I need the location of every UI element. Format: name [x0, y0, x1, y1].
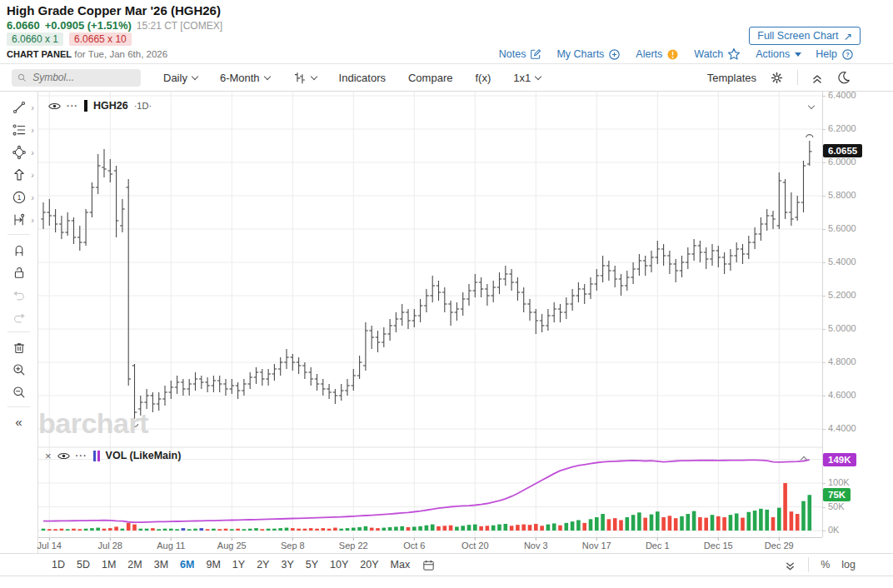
volume-bar	[248, 529, 252, 531]
frequency-menu[interactable]: Daily	[163, 72, 197, 84]
range-2y[interactable]: 2Y	[257, 559, 269, 571]
compare-button[interactable]: Compare	[408, 72, 452, 84]
date-axis-label: Oct 6	[391, 541, 437, 551]
price-axis-label: 6.0000	[828, 157, 856, 167]
percent-scale-toggle[interactable]: %	[821, 559, 830, 571]
price-axis-label: 5.2000	[828, 290, 856, 300]
symbol-search-input[interactable]	[31, 71, 135, 84]
tool-delete-drawings[interactable]	[0, 336, 37, 358]
axis-tick	[822, 429, 826, 430]
volume-bar	[291, 528, 295, 531]
series-menu-icon[interactable]: ···	[67, 101, 78, 111]
range-3y[interactable]: 3Y	[281, 559, 293, 571]
submenu-arrow-icon: ›	[31, 170, 34, 180]
templates-button[interactable]: Templates	[707, 72, 756, 84]
volume-bar	[242, 529, 247, 531]
range-6m[interactable]: 6M	[180, 559, 194, 571]
notes-link[interactable]: Notes	[499, 47, 543, 61]
volume-bar	[267, 529, 271, 531]
collapse-panel-icon[interactable]	[811, 71, 824, 84]
grid-layout-label: 1x1	[513, 72, 531, 84]
calendar-icon[interactable]	[422, 558, 436, 572]
range-10y[interactable]: 10Y	[330, 559, 348, 571]
watch-link[interactable]: Watch	[694, 47, 741, 62]
date-axis-label: Dec 29	[756, 541, 802, 551]
volume-bar	[765, 510, 769, 531]
tool-redo[interactable]	[0, 306, 37, 328]
tool-fibonacci-tools[interactable]: ›	[0, 118, 37, 141]
period-menu[interactable]: 6-Month	[220, 72, 270, 84]
series-menu-icon[interactable]: ···	[76, 451, 87, 461]
full-screen-chart-button[interactable]: Full Screen Chart ↗	[749, 27, 861, 45]
bid-ask-row: 6.0660 x 1 6.0665 x 10	[7, 32, 132, 46]
symbol-search-box[interactable]	[12, 69, 141, 87]
price-axis[interactable]: 6.40006.20006.00005.80005.60005.40005.20…	[822, 92, 893, 537]
volume-bar	[60, 529, 64, 531]
indicators-button[interactable]: Indicators	[339, 72, 386, 84]
volume-axis-badge: 75K	[823, 488, 851, 501]
time-axis[interactable]: Jul 14Jul 28Aug 11Aug 25Sep 8Sep 22Oct 6…	[0, 537, 893, 553]
gear-icon[interactable]	[769, 70, 785, 86]
actions-link[interactable]: Actions	[756, 48, 801, 60]
log-scale-toggle[interactable]: log	[841, 559, 856, 571]
tool-undo[interactable]	[0, 283, 37, 306]
expressions-button[interactable]: f(x)	[475, 72, 491, 84]
volume-bar	[607, 519, 611, 531]
last-price-axis-badge: 6.0655	[823, 144, 862, 157]
toolbar-separator	[7, 331, 30, 332]
volume-bar	[278, 528, 282, 531]
tool-lock-drawings[interactable]	[0, 261, 37, 283]
collapse-rangebar-icon[interactable]	[784, 559, 796, 571]
volume-bar	[571, 521, 575, 531]
tool-arrows[interactable]: ›	[0, 163, 37, 186]
chart-toolbar: Daily 6-Month Indicators Compare f(x) 1x…	[0, 64, 893, 92]
range-2m[interactable]: 2M	[127, 559, 142, 571]
tool-zoom-in[interactable]	[0, 358, 37, 381]
tool-shapes[interactable]: ›	[0, 141, 37, 163]
dark-mode-moon-icon[interactable]	[836, 70, 851, 85]
close-icon[interactable]: ×	[45, 451, 52, 461]
range-1d[interactable]: 1D	[52, 559, 65, 571]
price-change: +0.0905 (+1.51%)	[45, 19, 132, 32]
axis-tick	[822, 531, 826, 531]
alerts-link[interactable]: Alerts	[636, 47, 680, 62]
volume-bar	[139, 529, 143, 531]
range-9m[interactable]: 9M	[206, 559, 220, 571]
volume-bar	[449, 526, 453, 531]
range-1m[interactable]: 1M	[102, 559, 116, 571]
grid-layout-menu[interactable]: 1x1	[513, 72, 541, 84]
range-3m[interactable]: 3M	[154, 559, 168, 571]
tool-zoom-out[interactable]	[0, 381, 37, 403]
price-axis-label: 5.4000	[828, 257, 856, 267]
volume-bar	[370, 528, 374, 531]
volume-bar	[467, 525, 471, 531]
tool-trend-lines[interactable]: ›	[0, 96, 37, 118]
volume-bar	[711, 515, 715, 531]
bar-type-menu[interactable]	[292, 71, 317, 85]
volume-bar	[613, 518, 617, 531]
volume-bar	[224, 529, 228, 531]
volume-bar	[783, 483, 787, 531]
tool-magnet-mode[interactable]	[0, 238, 37, 261]
help-link[interactable]: Help ?	[816, 47, 855, 62]
range-max[interactable]: Max	[391, 559, 411, 571]
axis-tick	[822, 196, 826, 197]
range-20y[interactable]: 20Y	[360, 559, 378, 571]
eye-icon[interactable]	[48, 102, 61, 111]
tool-annotations[interactable]: 1›	[0, 186, 37, 208]
tool-collapse-toolbar[interactable]: «	[0, 411, 37, 433]
range-5d[interactable]: 5D	[77, 559, 90, 571]
ask-badge: 6.0665 x 10	[69, 32, 132, 46]
range-5y[interactable]: 5Y	[306, 559, 318, 571]
eye-icon[interactable]	[57, 451, 70, 461]
volume-bar	[285, 528, 289, 531]
volume-bar	[114, 526, 118, 531]
range-1y[interactable]: 1Y	[232, 559, 245, 571]
axis-tick	[822, 162, 826, 163]
my-charts-link[interactable]: My Charts	[556, 47, 621, 62]
volume-bar	[650, 515, 654, 531]
volume-bar	[236, 529, 240, 531]
tool-measure-tools[interactable]: ›	[0, 208, 37, 231]
price-chart-plot[interactable]	[38, 92, 823, 541]
volume-bar	[552, 523, 556, 531]
